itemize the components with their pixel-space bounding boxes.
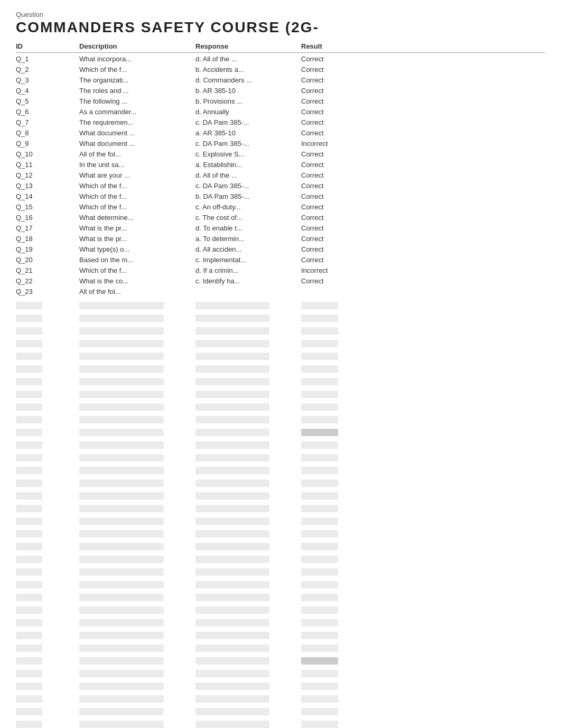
blurred-desc <box>79 606 164 614</box>
cell-result: Correct <box>301 129 364 137</box>
cell-response: c. DA Pam 385-... <box>195 140 301 148</box>
cell-description: Which of the f... <box>79 266 195 275</box>
table-row: Q_3 The organizati... d. Commanders ... … <box>16 75 545 86</box>
cell-result: Correct <box>301 214 364 222</box>
blurred-id <box>16 302 42 309</box>
cell-description: What type(s) o... <box>79 245 195 254</box>
table-row: Q_7 The requiremen... c. DA Pam 385-... … <box>16 117 545 128</box>
cell-result: Correct <box>301 118 364 127</box>
blurred-resp <box>195 568 269 576</box>
blurred-id <box>16 657 42 665</box>
blurred-resp <box>195 619 269 626</box>
blurred-table-row <box>16 578 545 591</box>
blurred-result <box>301 353 338 360</box>
blurred-resp <box>195 708 269 715</box>
cell-description: The following ... <box>79 97 195 106</box>
blurred-desc <box>79 594 164 601</box>
cell-id: Q_20 <box>16 256 79 264</box>
blurred-desc <box>79 315 164 322</box>
blurred-id <box>16 670 42 677</box>
blurred-table-row <box>16 439 545 451</box>
table-row: Q_17 What is the pr... d. To enable t...… <box>16 223 545 234</box>
blurred-table-row <box>16 629 545 642</box>
blurred-desc <box>79 721 164 728</box>
blurred-result <box>301 378 338 385</box>
blurred-table-row <box>16 553 545 566</box>
cell-response: a. To determin... <box>195 235 301 243</box>
cell-result: Correct <box>301 76 364 85</box>
cell-response: c. DA Pam 385-... <box>195 118 301 127</box>
cell-result: Correct <box>301 171 364 180</box>
blurred-table-row <box>16 667 545 680</box>
blurred-result <box>301 403 338 411</box>
blurred-id <box>16 683 42 690</box>
blurred-desc <box>79 454 164 462</box>
cell-id: Q_11 <box>16 161 79 169</box>
blurred-result <box>301 721 338 728</box>
blurred-desc <box>79 391 164 398</box>
cell-id: Q_15 <box>16 203 79 211</box>
cell-id: Q_3 <box>16 76 79 85</box>
cell-description: In the unit sa... <box>79 161 195 169</box>
blurred-result <box>301 556 338 563</box>
cell-description: Which of the f... <box>79 192 195 201</box>
blurred-table-row <box>16 515 545 528</box>
col-result: Result <box>301 42 364 50</box>
cell-response: b. AR 385-10 <box>195 87 301 95</box>
cell-id: Q_8 <box>16 129 79 137</box>
col-id: ID <box>16 42 79 50</box>
cell-response: c. An off-duty... <box>195 203 301 211</box>
cell-response: c. Implementat... <box>195 256 301 264</box>
table-row: Q_5 The following ... b. Provisions ... … <box>16 96 545 107</box>
blurred-resp <box>195 683 269 690</box>
blurred-table-row <box>16 502 545 515</box>
blurred-id <box>16 327 42 335</box>
cell-id: Q_10 <box>16 150 79 159</box>
blurred-id <box>16 480 42 487</box>
blurred-resp <box>195 403 269 411</box>
blurred-result <box>301 416 338 423</box>
cell-response: b. Accidents a... <box>195 66 301 74</box>
blurred-resp <box>195 416 269 423</box>
table-row: Q_22 What is the co... c. Identify ha...… <box>16 276 545 287</box>
cell-response: d. Commanders ... <box>195 76 301 85</box>
table-header: ID Description Response Result <box>16 40 545 53</box>
blurred-result <box>301 441 338 449</box>
table-row: Q_23 All of the fol... <box>16 287 545 297</box>
blurred-resp <box>195 556 269 563</box>
blurred-resp <box>195 505 269 512</box>
question-label: Question <box>16 11 545 19</box>
cell-id: Q_12 <box>16 171 79 180</box>
blurred-desc <box>79 670 164 677</box>
blurred-result <box>301 708 338 715</box>
course-title: COMMANDERS SAFETY COURSE (2G- <box>16 20 545 36</box>
cell-response: d. If a crimin... <box>195 266 301 275</box>
cell-response <box>195 288 301 296</box>
blurred-table-row <box>16 363 545 375</box>
blurred-id <box>16 403 42 411</box>
cell-response: d. All of the ... <box>195 55 301 63</box>
cell-description: As a commander... <box>79 108 195 116</box>
table-row: Q_6 As a commander... d. Annually Correc… <box>16 107 545 117</box>
blurred-table-row <box>16 375 545 388</box>
table-row: Q_10 All of the fol... c. Explosive S...… <box>16 149 545 160</box>
blurred-desc <box>79 340 164 347</box>
cell-response: c. Explosive S... <box>195 150 301 159</box>
blurred-table-row <box>16 299 545 312</box>
cell-description: The roles and ... <box>79 87 195 95</box>
cell-result <box>301 288 364 296</box>
blurred-desc <box>79 429 164 436</box>
cell-response: d. To enable t... <box>195 224 301 233</box>
blurred-result <box>301 480 338 487</box>
blurred-table-row <box>16 604 545 616</box>
blurred-id <box>16 530 42 538</box>
cell-description: Which of the f... <box>79 66 195 74</box>
blurred-desc <box>79 530 164 538</box>
blurred-result <box>301 340 338 347</box>
blurred-result <box>301 670 338 677</box>
blurred-table-row <box>16 325 545 337</box>
blurred-id <box>16 581 42 588</box>
table-row: Q_20 Based on the m... c. Implementat...… <box>16 255 545 265</box>
blurred-resp <box>195 670 269 677</box>
table-row: Q_21 Which of the f... d. If a crimin...… <box>16 265 545 276</box>
